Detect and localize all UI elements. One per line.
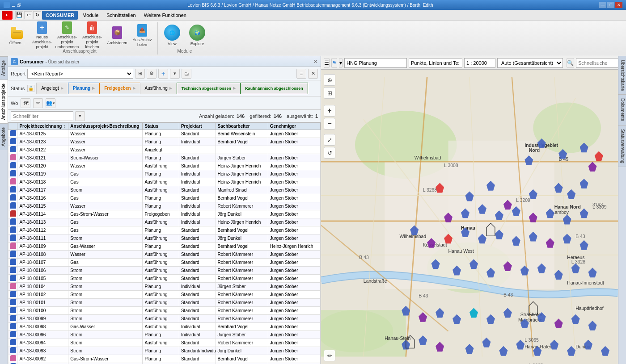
report-filter-btn[interactable]: ⊞ [135,69,145,79]
menu-item-schnittstellen[interactable]: Schnittstellen [103,11,139,20]
table-row[interactable]: AP-18-00120 Wasser Ausführung Standard H… [8,162,321,170]
map-nav-btn[interactable]: ☰ [324,58,330,68]
table-row[interactable]: AP-18-00100 Strom Ausführung Standard Ro… [8,307,321,315]
right-tab-status[interactable]: Statusverwaltung [618,126,626,167]
table-row[interactable]: AP-18-00108 Wasser Ausführung Standard R… [8,251,321,259]
table-row[interactable]: AP-18-00101 Strom Ausführung Standard Ro… [8,299,321,307]
toolbar-btn-archivieren[interactable]: 📦 Archivieren [106,23,129,48]
table-row[interactable]: AP-18-00118 Gas Ausführung Individual He… [8,178,321,186]
table-row[interactable]: AP-18-00119 Gas Planung Individual Heinz… [8,170,321,178]
report-layers-btn[interactable]: 🗂 [182,69,191,79]
schnellfilter-dropdown[interactable]: ▾ [75,111,85,121]
sidebar-tab-antraege[interactable]: Anträge [0,56,8,79]
status-btn-planung[interactable]: Planung [68,83,100,94]
panel-close-button[interactable]: ✕ [313,59,318,65]
report-close-btn[interactable]: ✕ [308,69,318,79]
filter-draw-btn[interactable]: ✏ [33,98,43,108]
table-row[interactable]: AP-18-00115 Wasser Planung Individual Ro… [8,202,321,210]
report-settings-btn[interactable]: ⚙ [147,69,156,79]
table-row[interactable]: AP-18-00114 Gas-Strom-Wasser Freigegeben… [8,210,321,218]
map-name-input[interactable] [344,58,407,68]
table-row[interactable]: AP-18-00104 Strom Planung Individual Jür… [8,283,321,291]
report-dropdown-btn[interactable]: ▾ [170,69,180,79]
table-row[interactable]: AP-18-00106 Strom Ausführung Standard Ro… [8,267,321,275]
col-sachbearbeiter[interactable]: Sachbearbeiter [216,123,268,130]
toolbar-btn-neues[interactable]: + Neues Anschluss-projekt [30,23,54,48]
toolbar-btn-aus-archiv[interactable]: 📤 Aus Archiv holen [131,23,154,48]
table-row[interactable]: AP-18-00122 Wasser Angelegt [8,146,321,154]
app-logo[interactable]: L [2,11,13,20]
filter-map-btn[interactable]: 🗺 [21,98,30,108]
table-row[interactable]: AP-18-00109 Gas-Wasser Planung Standard … [8,243,321,251]
table-row[interactable]: AP-18-00123 Wasser Planung Individual Be… [8,138,321,146]
sidebar-tab-anschlussprojekte[interactable]: Anschlussprojekte [0,79,8,123]
col-beschreibung[interactable]: Anschlussprojekt-Beschreibung [68,123,143,130]
table-row[interactable]: AP-18-00105 Strom Ausführung Standard Ro… [8,275,321,283]
right-tab-dokumente[interactable]: Dokumente [618,95,626,125]
map-rotate-btn[interactable]: ↺ [324,147,335,159]
filter-group-btn[interactable]: 👥▾ [46,98,55,108]
map-zoom-out-btn[interactable]: − [324,118,335,130]
map-zoom-area-btn[interactable]: ⤢ [324,134,335,146]
quick-access-save[interactable]: 💾 [15,11,23,19]
schnellfilter-input[interactable] [11,111,73,121]
close-button[interactable]: ✕ [615,2,622,8]
col-projektart[interactable]: Projektart [179,123,216,130]
map-pan-btn[interactable]: ⊕ [324,74,335,86]
report-menu-btn[interactable]: ≡ [296,69,306,79]
map-container[interactable]: ☰ ⚑ ▾ Auto (Gesamtübersicht) 🔍 ⛶ [321,56,618,364]
status-btn-freigegeben[interactable]: Freigegeben [99,83,140,94]
toolbar-btn-view[interactable]: 🌐 View [161,23,184,48]
table-row[interactable]: AP-18-00094 Strom Ausführung Standard Ro… [8,339,321,347]
restore-button[interactable]: □ [607,2,614,8]
toolbar-btn-explore[interactable]: 🌍 Explore [186,23,209,48]
map-image[interactable]: B 45 L 3268 L 3008 L 3209 B 43 B 43 B 43… [321,70,618,364]
map-arrow-btn[interactable]: ▾ [339,58,343,68]
status-btn-ausfuehrung[interactable]: Ausführung [140,83,177,94]
table-row[interactable]: AP-18-00125 Wasser Planung Standard Bern… [8,130,321,138]
toolbar-btn-loeschen[interactable]: 🗑 Anschluss-projekt löschen [80,23,104,48]
status-btn-technisch[interactable]: Technisch abgeschlossen [177,83,241,94]
col-status[interactable]: Status [143,123,179,130]
report-add-btn[interactable]: + [158,69,168,79]
map-search-input[interactable] [576,58,618,68]
map-type-input[interactable] [409,58,462,68]
toolbar-btn-oeffnen[interactable]: Öffnen... [5,23,29,48]
map-layers-btn[interactable]: ⊞ [324,87,335,99]
toolbar-btn-umbenennen[interactable]: ✎ Anschluss-projekt umbenennen [55,23,79,48]
table-row[interactable]: AP-18-00098 Gas-Wasser Ausführung Indivi… [8,323,321,331]
status-btn-kaufmaennisch[interactable]: Kaufmännisch abgeschlossen [240,83,308,94]
table-container[interactable]: Projektbezeichnung ↕ Anschlussprojekt-Be… [8,122,321,364]
quick-access-undo[interactable]: ↩ [24,11,32,19]
titlebar-controls[interactable]: — □ ✕ [599,2,622,8]
map-view-select[interactable]: Auto (Gesamtübersicht) [497,58,563,68]
map-flag-btn[interactable]: ⚑ [331,58,337,68]
table-row[interactable]: AP-18-00116 Gas Planung Standard Bernhar… [8,194,321,202]
table-row[interactable]: AP-18-00092 Gas-Strom-Wasser Planung Sta… [8,355,321,363]
table-row[interactable]: AP-18-00112 Gas Planung Standard Bernhar… [8,226,321,234]
table-row[interactable]: AP-18-00117 Strom Ausführung Standard Ma… [8,186,321,194]
table-row[interactable]: AP-18-00099 Strom Ausführung Standard Ro… [8,315,321,323]
table-row[interactable]: AP-18-00096 Strom Planung Individual Jür… [8,331,321,339]
report-select[interactable]: <Kein Report> [27,69,133,79]
status-btn-angelegt[interactable]: Angelegt [36,83,68,94]
col-genehmiger[interactable]: Genehmiger [268,123,320,130]
quick-access-refresh[interactable]: ↻ [33,11,41,19]
table-row[interactable]: AP-18-00093 Strom Planung Standard/Indiv… [8,347,321,355]
table-row[interactable]: AP-18-00111 Strom Ausführung Standard Jö… [8,234,321,243]
map-scale-input[interactable] [464,58,495,68]
table-row[interactable]: AP-18-00113 Gas Ausführung Individual He… [8,218,321,226]
table-row[interactable]: AP-18-00107 Gas Ausführung Standard Robe… [8,259,321,267]
col-projektbezeichnung[interactable]: Projektbezeichnung ↕ [17,123,68,130]
sidebar-tab-angebote[interactable]: Angebote [0,123,8,150]
menu-item-consumer[interactable]: CONSUMER [42,11,78,20]
map-zoom-in-btn[interactable]: + [324,105,335,117]
table-row[interactable]: AP-18-00121 Strom-Wasser Planung Standar… [8,154,321,162]
table-row[interactable]: AP-18-00102 Strom Ausführung Standard Ro… [8,291,321,299]
menu-item-weitere[interactable]: Weitere Funktionen [140,11,190,20]
map-edit-btn[interactable]: ✏ [324,350,335,361]
map-search-icon[interactable]: 🔍 [567,58,574,68]
right-tab-uebersicht[interactable]: Übersichtskarte [618,56,626,95]
minimize-button[interactable]: — [599,2,606,8]
menu-item-module[interactable]: Module [79,11,102,20]
